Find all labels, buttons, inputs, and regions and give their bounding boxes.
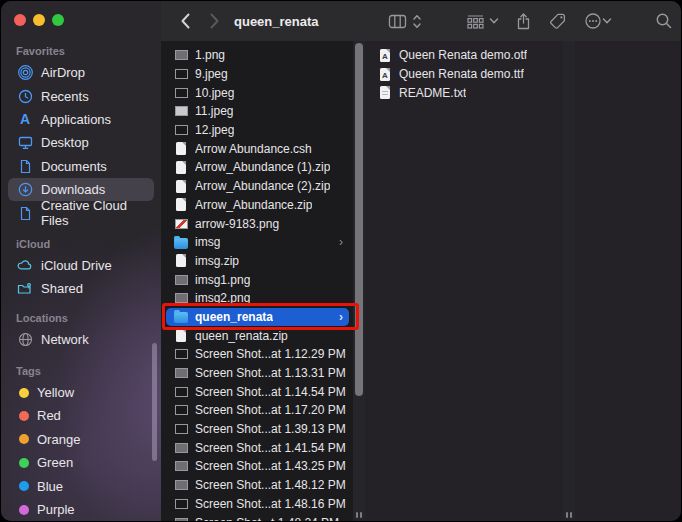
file-row[interactable]: README.txt bbox=[365, 83, 563, 102]
share-icon[interactable] bbox=[513, 1, 533, 41]
sidebar-item-documents[interactable]: Documents bbox=[8, 155, 154, 178]
file-name: imsg2.png bbox=[195, 291, 250, 305]
tag-dot-orange bbox=[19, 434, 29, 444]
file-row[interactable]: Screen Shot...at 1.41.54 PM bbox=[161, 438, 353, 457]
tag-icon[interactable] bbox=[548, 1, 568, 41]
cloud-icon bbox=[17, 257, 33, 273]
file-row[interactable]: 1.png bbox=[161, 46, 353, 65]
close-button[interactable] bbox=[14, 14, 26, 26]
sidebar-item-label: Documents bbox=[41, 159, 107, 174]
column-divider[interactable] bbox=[563, 41, 575, 521]
file-row[interactable]: Arrow Abundance.csh bbox=[161, 139, 353, 158]
file-row[interactable]: Screen Shot...at 1.48.16 PM bbox=[161, 495, 353, 514]
sidebar-item-tag-orange[interactable]: Orange bbox=[8, 428, 154, 451]
tag-dot-red bbox=[19, 411, 29, 421]
image-thumbnail-icon bbox=[174, 349, 188, 359]
zoom-button[interactable] bbox=[52, 14, 64, 26]
sidebar-scrollbar[interactable] bbox=[152, 343, 157, 461]
sidebar-item-tag-yellow[interactable]: Yellow bbox=[8, 381, 154, 404]
sidebar-item-label: Creative Cloud Files bbox=[41, 198, 154, 228]
file-row[interactable]: Queen Renata demo.ttf bbox=[365, 65, 563, 84]
file-name: Arrow_Abundance.zip bbox=[195, 198, 312, 212]
image-thumbnail-icon bbox=[174, 480, 188, 490]
file-row[interactable]: Screen Shot...at 1.17.20 PM bbox=[161, 401, 353, 420]
group-chevron-down-icon[interactable] bbox=[488, 1, 500, 41]
file-name: imsg1.png bbox=[195, 273, 250, 287]
forward-button[interactable] bbox=[205, 1, 223, 41]
file-row[interactable]: queen_renata.zip bbox=[161, 326, 353, 345]
sidebar-item-recents[interactable]: Recents bbox=[8, 84, 154, 107]
sidebar-item-creative-cloud-files[interactable]: Creative Cloud Files bbox=[8, 201, 154, 224]
search-icon[interactable] bbox=[654, 1, 674, 41]
image-thumbnail-icon bbox=[174, 88, 188, 98]
image-thumbnail-icon bbox=[174, 275, 188, 285]
window-title: queen_renata bbox=[234, 1, 319, 41]
tag-dot-purple bbox=[19, 505, 29, 515]
file-row[interactable]: Arrow_Abundance (1).zip bbox=[161, 158, 353, 177]
tag-dot-blue bbox=[19, 481, 29, 491]
sidebar-item-tag-red[interactable]: Red bbox=[8, 404, 154, 427]
file-row[interactable]: Screen Shot...at 1.14.54 PM bbox=[161, 382, 353, 401]
file-name: Screen Shot...at 1.43.25 PM bbox=[195, 459, 346, 473]
file-row[interactable]: Screen Shot...at 1.13.31 PM bbox=[161, 364, 353, 383]
file-name: arrow-9183.png bbox=[195, 217, 279, 231]
columns-view-icon[interactable] bbox=[385, 1, 409, 41]
file-row[interactable]: Screen Shot...at 1.12.29 PM bbox=[161, 345, 353, 364]
file-row[interactable]: 9.jpeg bbox=[161, 65, 353, 84]
finder-window: Favorites AirDrop Recents A Applications bbox=[1, 1, 681, 521]
file-row[interactable]: imsg2.png bbox=[161, 289, 353, 308]
file-row[interactable]: arrow-9183.png bbox=[161, 214, 353, 233]
sidebar-item-label: Applications bbox=[41, 112, 111, 127]
file-name: 12.jpeg bbox=[195, 123, 234, 137]
sidebar-item-tag-blue[interactable]: Blue bbox=[8, 474, 154, 497]
file-row[interactable]: imsg› bbox=[161, 233, 353, 252]
sidebar-item-tag-green[interactable]: Green bbox=[8, 451, 154, 474]
file-row[interactable]: Screen Shot...at 1.48.12 PM bbox=[161, 476, 353, 495]
sidebar-item-label: Green bbox=[37, 455, 73, 470]
file-name: Arrow Abundance.csh bbox=[195, 142, 312, 156]
minimize-button[interactable] bbox=[33, 14, 45, 26]
file-row[interactable]: imsg1.png bbox=[161, 270, 353, 289]
column-resize-handle[interactable] bbox=[355, 512, 363, 518]
file-row[interactable]: 11.jpeg bbox=[161, 102, 353, 121]
file-name: Arrow_Abundance (1).zip bbox=[195, 160, 330, 174]
image-thumbnail-icon bbox=[174, 518, 188, 521]
file-name: Screen Shot...at 1.48.16 PM bbox=[195, 497, 346, 511]
sidebar-section-locations: Locations bbox=[1, 308, 161, 328]
column-browser: 1.png 9.jpeg 10.jpeg 11.jpeg 12.jpeg Arr… bbox=[161, 41, 681, 521]
file-row[interactable]: Queen Renata demo.otf bbox=[365, 46, 563, 65]
view-up-down-chevron-icon[interactable] bbox=[410, 1, 424, 41]
tag-dot-yellow bbox=[19, 388, 29, 398]
file-row[interactable]: 10.jpeg bbox=[161, 83, 353, 102]
file-row[interactable]: Screen Shot...at 1.43.25 PM bbox=[161, 457, 353, 476]
image-thumbnail-icon bbox=[174, 293, 188, 303]
sidebar-item-airdrop[interactable]: AirDrop bbox=[8, 61, 154, 84]
sidebar-item-label: Recents bbox=[41, 89, 89, 104]
file-row[interactable]: Screen Shot...at 1.39.13 PM bbox=[161, 420, 353, 439]
file-row-selected[interactable]: queen_renata› bbox=[166, 308, 349, 327]
more-ellipsis-icon[interactable] bbox=[583, 1, 603, 41]
column-divider[interactable] bbox=[353, 41, 365, 521]
sidebar-item-desktop[interactable]: Desktop bbox=[8, 131, 154, 154]
scrollbar-thumb[interactable] bbox=[355, 43, 363, 396]
back-button[interactable] bbox=[176, 1, 194, 41]
file-row[interactable]: 12.jpeg bbox=[161, 121, 353, 140]
sidebar-item-network[interactable]: Network bbox=[8, 328, 154, 351]
sidebar-item-applications[interactable]: A Applications bbox=[8, 108, 154, 131]
file-row[interactable]: Arrow_Abundance.zip bbox=[161, 196, 353, 215]
more-chevron-down-icon[interactable] bbox=[601, 1, 613, 41]
file-row[interactable]: Screen Shot...t 1.48.24 PM bbox=[161, 513, 353, 521]
sidebar-item-icloud-drive[interactable]: iCloud Drive bbox=[8, 254, 154, 277]
sidebar-item-shared[interactable]: Shared bbox=[8, 277, 154, 300]
file-name: Queen Renata demo.ttf bbox=[399, 67, 524, 81]
file-row[interactable]: Arrow_Abundance (2).zip bbox=[161, 177, 353, 196]
file-row[interactable]: imsg.zip bbox=[161, 252, 353, 271]
file-name: Screen Shot...at 1.13.31 PM bbox=[195, 366, 346, 380]
sidebar-item-tag-purple[interactable]: Purple bbox=[8, 498, 154, 521]
airdrop-icon bbox=[17, 65, 33, 81]
group-by-icon[interactable] bbox=[464, 1, 486, 41]
column-resize-handle[interactable] bbox=[565, 512, 573, 518]
image-thumbnail-icon bbox=[174, 106, 188, 116]
file-name: Queen Renata demo.otf bbox=[399, 48, 527, 62]
file-name: Screen Shot...at 1.48.12 PM bbox=[195, 478, 346, 492]
